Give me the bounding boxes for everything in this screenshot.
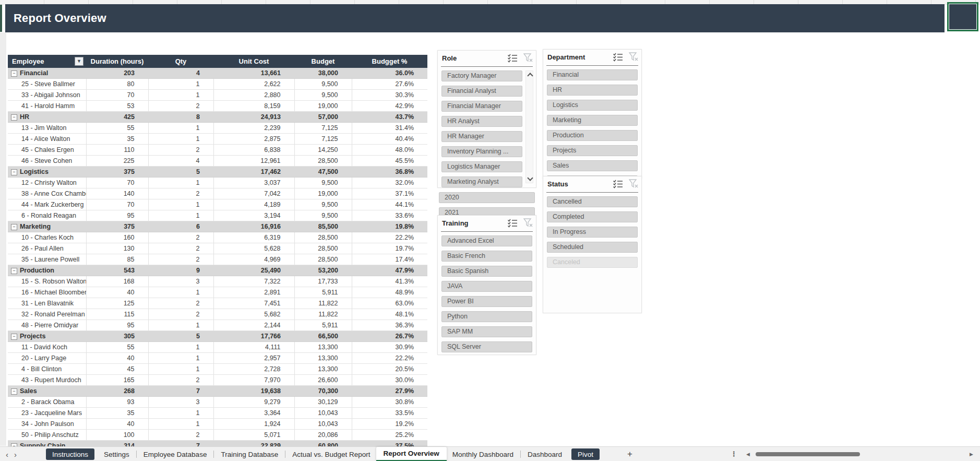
slicer-item[interactable]: Logistics Manager — [441, 161, 522, 172]
table-group-row[interactable]: −HR 425 8 24,913 57,000 43.7% — [8, 112, 427, 123]
collapse-icon[interactable]: − — [11, 268, 17, 274]
table-row[interactable]: 34 - John Paulson 40 1 1,924 10,043 19.2… — [8, 419, 427, 430]
slicer-item[interactable]: Completed — [547, 211, 638, 222]
tab-training-database[interactable]: Training Database — [215, 447, 284, 461]
scroll-up-icon[interactable] — [527, 73, 533, 78]
filter-dropdown-icon[interactable]: ▼ — [75, 57, 83, 66]
slicer-item[interactable]: Marketing — [547, 115, 638, 126]
slicer-item[interactable]: Python — [441, 311, 532, 322]
table-row[interactable]: 26 - Paul Allen 130 2 5,628 28,500 19.7% — [8, 243, 427, 254]
table-group-row[interactable]: −Logistics 375 5 17,462 47,500 36.8% — [8, 167, 427, 178]
slicer-item[interactable]: SQL Server — [441, 341, 532, 352]
table-row[interactable]: 41 - Harold Hamm 53 2 8,159 19,000 42.9% — [8, 101, 427, 112]
table-row[interactable]: 23 - Jacqueline Mars 35 1 3,364 10,043 3… — [8, 408, 427, 419]
cell-budget: 66,500 — [294, 331, 352, 342]
tab-overflow-icon[interactable]: ⋮ — [731, 450, 737, 458]
clear-filter-icon[interactable] — [629, 179, 638, 188]
tab-report-overview[interactable]: Report Overview — [376, 447, 447, 461]
table-row[interactable]: 16 - Michael Bloomberg 40 1 2,891 5,911 … — [8, 287, 427, 298]
slicer-scrollbar[interactable] — [525, 70, 533, 183]
table-group-row[interactable]: −Production 543 9 25,490 53,200 47.9% — [8, 265, 427, 276]
add-sheet-button[interactable]: + — [627, 449, 632, 459]
table-group-row[interactable]: −Sales 268 7 19,638 70,300 27.9% — [8, 386, 427, 397]
table-row[interactable]: 50 - Philip Anschutz 100 2 5,071 20,086 … — [8, 430, 427, 441]
tab-pivot[interactable]: Pivot — [571, 448, 600, 460]
clear-filter-icon[interactable] — [523, 53, 533, 63]
tab-employee-database[interactable]: Employee Database — [138, 447, 213, 461]
slicer-item[interactable]: Cancelled — [547, 196, 638, 207]
slicer-item[interactable]: Basic Spanish — [441, 266, 532, 277]
multiselect-icon[interactable] — [613, 52, 624, 62]
table-row[interactable]: 38 - Anne Cox Chambers 140 2 7,042 19,00… — [8, 188, 427, 199]
cell-budget-pct: 42.9% — [352, 101, 427, 112]
table-group-row[interactable]: −Projects 305 5 17,766 66,500 26.7% — [8, 331, 427, 342]
slicer-item[interactable]: Marketing Analyst — [441, 176, 522, 187]
slicer-item[interactable]: Factory Manager — [441, 70, 522, 81]
table-row[interactable]: 20 - Larry Page 40 1 2,957 13,300 22.2% — [8, 353, 427, 364]
slicer-item[interactable]: HR — [547, 85, 638, 96]
selected-cell-outline[interactable] — [947, 2, 978, 31]
table-row[interactable]: 45 - Chales Ergen 110 2 6,838 14,250 48.… — [8, 145, 427, 156]
collapse-icon[interactable]: − — [11, 114, 17, 121]
table-row[interactable]: 43 - Rupert Murdoch 165 2 7,970 26,600 3… — [8, 375, 427, 386]
tab-instructions[interactable]: Instructions — [46, 448, 94, 460]
table-row[interactable]: 33 - Abigail Johnson 70 1 2,880 9,500 30… — [8, 90, 427, 101]
table-row[interactable]: 13 - Jim Walton 55 1 2,239 7,125 31.4% — [8, 123, 427, 134]
tab-actual-vs-budget-report[interactable]: Actual vs. Budget Report — [286, 447, 376, 461]
slicer-item[interactable]: Basic French — [441, 251, 532, 262]
collapse-icon[interactable]: − — [11, 70, 17, 77]
collapse-icon[interactable]: − — [11, 334, 17, 340]
slicer-item[interactable]: HR Analyst — [441, 116, 522, 127]
tab-settings[interactable]: Settings — [98, 447, 135, 461]
slicer-item[interactable]: Inventory Planning ... — [441, 146, 522, 157]
collapse-icon[interactable]: − — [11, 169, 17, 175]
tab-dashboard[interactable]: Dashboard — [522, 447, 568, 461]
slicer-item[interactable]: In Progress — [547, 227, 638, 238]
collapse-icon[interactable]: − — [11, 224, 17, 230]
table-row[interactable]: 25 - Steve Ballmer 80 1 2,622 9,500 27.6… — [8, 79, 427, 90]
clear-filter-icon[interactable] — [629, 52, 638, 62]
slicer-item[interactable]: 2020 — [439, 192, 535, 203]
table-row[interactable]: 4 - Bill Clinton 45 1 2,728 13,300 20.5% — [8, 364, 427, 375]
slicer-item[interactable]: Financial Manager — [441, 101, 522, 112]
slicer-item[interactable]: Financial — [547, 69, 638, 80]
slicer-item[interactable]: Projects — [547, 145, 638, 156]
slicer-item[interactable]: Advanced Excel — [441, 235, 532, 246]
collapse-icon[interactable]: − — [11, 388, 17, 395]
slicer-item[interactable]: Scheduled — [547, 242, 638, 253]
multiselect-icon[interactable] — [507, 218, 518, 228]
table-group-row[interactable]: −Marketing 375 6 16,916 85,500 19.8% — [8, 221, 427, 232]
slicer-item[interactable]: Production — [547, 130, 638, 141]
slicer-item[interactable]: JAVA — [441, 281, 532, 292]
table-row[interactable]: 35 - Laurene Powell 85 2 4,969 28,500 17… — [8, 254, 427, 265]
table-row[interactable]: 32 - Ronald Perelman 115 2 5,682 11,822 … — [8, 309, 427, 320]
slicer-item[interactable]: Sales — [547, 160, 638, 171]
clear-filter-icon[interactable] — [523, 218, 533, 228]
table-row[interactable]: 46 - Steve Cohen 225 4 12,961 28,500 45.… — [8, 156, 427, 167]
slicer-item[interactable]: SAP MM — [441, 326, 532, 337]
table-row[interactable]: 44 - Mark Zuckerberg 70 1 4,189 9,500 44… — [8, 199, 427, 210]
table-row[interactable]: 14 - Alice Walton 35 1 2,875 7,125 40.4% — [8, 134, 427, 145]
sheet-prev-icon[interactable]: ‹ — [0, 450, 14, 459]
multiselect-icon[interactable] — [507, 53, 518, 63]
sheet-next-icon[interactable]: › — [14, 450, 22, 459]
slicer-item[interactable]: Power BI — [441, 296, 532, 307]
table-row[interactable]: 12 - Christy Walton 70 1 3,037 9,500 32.… — [8, 178, 427, 188]
slicer-item[interactable]: Logistics — [547, 100, 638, 111]
multiselect-icon[interactable] — [613, 179, 624, 188]
scroll-down-icon[interactable] — [527, 175, 533, 181]
table-row[interactable]: 48 - Pierre Omidyar 95 1 2,144 5,911 36.… — [8, 320, 427, 331]
table-row[interactable]: 2 - Barack Obama 93 3 9,279 30,129 30.8% — [8, 397, 427, 408]
hscroll-thumb[interactable] — [756, 452, 860, 456]
slicer-item[interactable]: Financial Analyst — [441, 86, 522, 97]
table-row[interactable]: 11 - David Koch 55 1 4,111 13,300 30.9% — [8, 342, 427, 353]
table-row[interactable]: 31 - Len Blavatnik 125 2 7,451 11,822 63… — [8, 298, 427, 309]
table-row[interactable]: 15 - S. Robson Walton 168 3 7,322 17,733… — [8, 276, 427, 287]
table-row[interactable]: 10 - Charles Koch 160 2 6,319 28,500 22.… — [8, 232, 427, 243]
table-group-row[interactable]: −Financial 203 4 13,661 38,000 36.0% — [8, 68, 427, 79]
tab-monthly-dashboard[interactable]: Monthly Dashboard — [447, 447, 519, 461]
slicer-item[interactable]: HR Manager — [441, 131, 522, 142]
hscroll-left-icon[interactable]: ◀ — [746, 452, 750, 457]
hscroll-right-icon[interactable]: ▶ — [970, 452, 973, 457]
table-row[interactable]: 6 - Ronald Reagan 95 1 3,194 9,500 33.6% — [8, 210, 427, 221]
